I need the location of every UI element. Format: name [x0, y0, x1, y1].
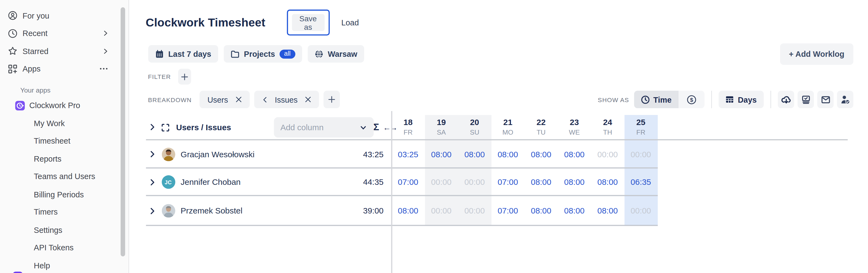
user-name: Gracjan Wesołowski [181, 150, 255, 159]
worklog-cell[interactable]: 08:00 [392, 206, 425, 215]
worklog-cell[interactable]: 07:00 [491, 177, 525, 186]
chevron-right-icon[interactable] [103, 25, 108, 42]
worklog-cell[interactable]: 00:00 [624, 150, 657, 159]
sidebar-item-settings[interactable]: Settings [0, 221, 129, 239]
sidebar-item-apps[interactable]: Apps [0, 60, 129, 78]
worklog-cell[interactable]: 07:00 [491, 206, 525, 215]
worklog-cell[interactable]: 00:00 [425, 206, 458, 215]
sidebar-item-for-you[interactable]: For you [0, 7, 129, 25]
date-column-header[interactable]: 20 SU [458, 115, 491, 140]
sidebar-item-starred[interactable]: Starred [0, 42, 129, 60]
sidebar-item-teams-and-users[interactable]: Teams and Users [0, 168, 129, 185]
worklog-cell[interactable]: 08:00 [491, 150, 525, 159]
worklog-cell[interactable]: 08:00 [525, 177, 558, 186]
main-content: Clockwork Timesheet Save as Load Last 7 … [129, 0, 868, 273]
sum-toggle[interactable]: Σ [374, 121, 379, 133]
resize-columns-handle[interactable]: ←→ [383, 123, 397, 131]
worklog-cell[interactable]: 06:35 [624, 177, 657, 186]
add-breakdown-button[interactable] [323, 91, 340, 108]
chevron-left-icon[interactable] [262, 96, 268, 103]
avatar: JC [161, 175, 175, 189]
sidebar-item-help[interactable]: Help [0, 256, 129, 273]
worklog-cell[interactable]: 07:00 [392, 177, 425, 186]
approvals-button[interactable] [798, 91, 814, 108]
worklog-cell[interactable]: 00:00 [425, 177, 458, 186]
date-column-header[interactable]: 22 TU [525, 115, 558, 140]
load-button[interactable]: Load [339, 17, 361, 28]
breakdown-chip-issues[interactable]: Issues [254, 91, 319, 108]
worklog-cell[interactable]: 08:00 [525, 206, 558, 215]
chevron-right-icon[interactable] [149, 207, 155, 215]
sidebar-item-recent[interactable]: Recent [0, 25, 129, 42]
date-column-header[interactable]: 21 MO [491, 115, 525, 140]
more-options-icon[interactable] [99, 60, 108, 78]
date-weekday: FR [637, 128, 646, 137]
worklog-cell[interactable]: 03:25 [392, 150, 425, 159]
sidebar-item-timesheet[interactable]: Timesheet [0, 132, 129, 150]
worklog-cell[interactable]: 08:00 [558, 206, 591, 215]
add-worklog-button[interactable]: + Add Worklog [780, 43, 853, 65]
projects-filter[interactable]: Projects all [224, 45, 302, 62]
worklog-cell[interactable]: 08:00 [425, 150, 458, 159]
user-approvals-button[interactable] [837, 91, 853, 108]
clockwork-pro-icon [15, 100, 25, 110]
row-total: 44:35 [363, 177, 383, 186]
row-user-cell[interactable]: Przemek Sobstel 39:00 [146, 204, 392, 218]
date-column-header[interactable]: 25 FR [624, 115, 657, 140]
worklog-cell[interactable]: 00:00 [458, 206, 491, 215]
date-number: 25 [636, 117, 645, 127]
show-as-money-button[interactable]: $ [678, 91, 704, 108]
worklog-cell[interactable]: 00:00 [624, 206, 657, 215]
location-filter[interactable]: Warsaw [307, 45, 364, 62]
chevron-right-icon[interactable] [149, 178, 155, 186]
breakdown-chip-users-label: Users [208, 95, 228, 104]
date-number: 23 [570, 117, 579, 127]
row-user-cell[interactable]: JC Jennifer Choban 44:35 [146, 175, 392, 189]
svg-text:$: $ [690, 96, 693, 103]
close-icon[interactable] [305, 96, 311, 103]
divider [711, 91, 712, 108]
date-weekday: TH [603, 128, 612, 137]
sidebar-item-billing-periods[interactable]: Billing Periods [0, 185, 129, 203]
worklog-cell[interactable]: 08:00 [558, 177, 591, 186]
projects-label: Projects [244, 50, 275, 58]
sidebar-scrollbar[interactable] [121, 7, 125, 256]
filter-row: FILTER [148, 69, 191, 85]
worklog-cell[interactable]: 00:00 [591, 150, 624, 159]
worklog-cell[interactable]: 08:00 [591, 206, 624, 215]
worklog-cell[interactable]: 08:00 [591, 177, 624, 186]
sidebar-item-my-work[interactable]: My Work [0, 114, 129, 132]
breakdown-chip-users[interactable]: Users [199, 91, 250, 108]
sidebar-item-api-tokens[interactable]: API Tokens [0, 239, 129, 256]
row-user-cell[interactable]: Gracjan Wesołowski 43:25 [146, 147, 392, 161]
chevron-right-icon[interactable] [149, 150, 155, 158]
pane-resize-divider[interactable] [391, 111, 392, 273]
chevron-right-icon[interactable] [103, 42, 108, 60]
add-filter-button[interactable] [178, 69, 191, 85]
days-button[interactable]: Days [719, 91, 764, 108]
date-column-header[interactable]: 24 TH [591, 115, 624, 140]
export-button[interactable] [778, 91, 794, 108]
sidebar-item-reports[interactable]: Reports [0, 150, 129, 168]
date-column-header[interactable]: 19 SA [425, 115, 458, 140]
sidebar-item-clockwork-pro[interactable]: Clockwork Pro [0, 96, 129, 114]
date-range-filter[interactable]: Last 7 days [148, 45, 218, 62]
save-as-button[interactable]: Save as [291, 14, 324, 31]
worklog-cell[interactable]: 08:00 [525, 150, 558, 159]
add-column-select[interactable]: Add column [274, 117, 373, 137]
worklog-cell[interactable]: 08:00 [458, 150, 491, 159]
show-as-toggle: Time $ [634, 91, 705, 108]
worklog-cell[interactable]: 00:00 [458, 177, 491, 186]
table-row: JC Jennifer Choban 44:35 07:0000:0000:00… [146, 168, 847, 196]
chevron-right-icon[interactable] [149, 123, 155, 130]
page-title: Clockwork Timesheet [146, 16, 266, 29]
show-as-time-button[interactable]: Time [634, 91, 679, 108]
date-column-header[interactable]: 23 WE [558, 115, 591, 140]
sidebar-item-timers[interactable]: Timers [0, 203, 129, 221]
mail-button[interactable] [817, 91, 834, 108]
worklog-cell[interactable]: 08:00 [558, 150, 591, 159]
close-icon[interactable] [235, 96, 242, 103]
date-weekday: WE [569, 128, 580, 137]
date-weekday: TU [536, 128, 546, 137]
expand-fullscreen-icon[interactable] [161, 123, 169, 131]
